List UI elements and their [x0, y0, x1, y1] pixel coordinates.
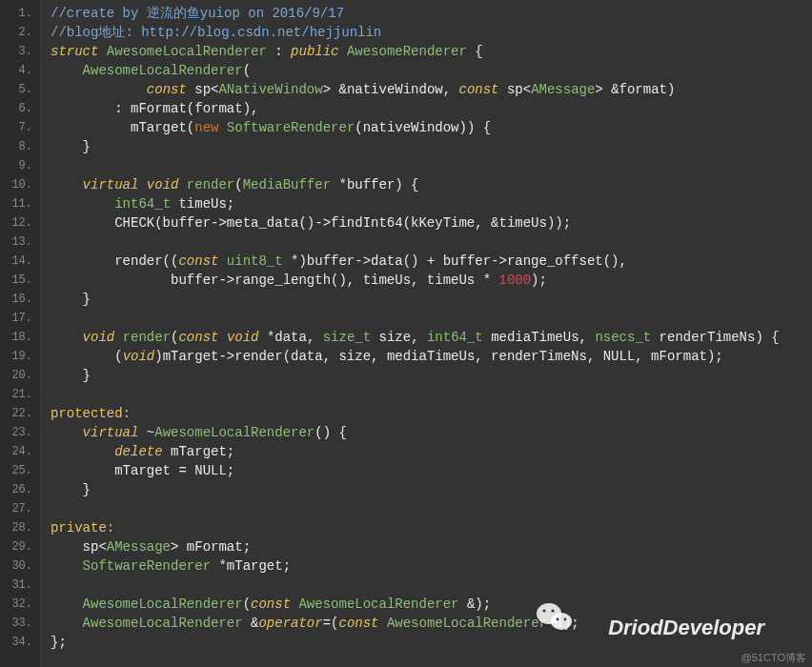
code-token: SoftwareRenderer — [83, 558, 211, 574]
line-number: 1. — [4, 4, 32, 23]
code-token: buffer->range_length(), timeUs, timeUs * — [51, 273, 498, 288]
line-number: 13. — [4, 232, 32, 252]
code-token: void — [83, 330, 115, 345]
code-token: ( — [234, 177, 242, 192]
code-line — [51, 499, 812, 518]
line-number: 7. — [4, 118, 32, 137]
line-number: 8. — [4, 137, 32, 156]
code-token: AwesomeRenderer — [347, 44, 467, 59]
code-token: mTarget( — [51, 120, 194, 135]
line-number: 11. — [4, 194, 32, 213]
code-token: sp< — [499, 82, 532, 97]
svg-point-4 — [557, 618, 559, 621]
code-token: AwesomeLocalRenderer — [387, 616, 547, 631]
code-token: ); — [531, 273, 547, 288]
code-token: virtual — [83, 425, 139, 440]
code-token: sp< — [51, 539, 107, 555]
line-number: 29. — [4, 537, 32, 556]
code-token: delete — [114, 444, 162, 459]
code-token: new — [194, 120, 218, 135]
line-number: 23. — [4, 423, 32, 442]
code-line — [51, 232, 812, 252]
code-token — [339, 44, 347, 59]
code-token: private: — [51, 520, 114, 536]
code-line: AwesomeLocalRenderer(const AwesomeLocalR… — [51, 595, 812, 614]
code-line: } — [51, 137, 812, 156]
code-token — [51, 311, 58, 326]
svg-point-5 — [564, 618, 567, 621]
code-token: const — [251, 596, 291, 612]
code-token — [51, 387, 58, 402]
code-area: //create by 逆流的鱼yuiop on 2016/9/17//blog… — [41, 0, 812, 667]
code-token: ~ — [138, 425, 154, 440]
code-line: mTarget(new SoftwareRenderer(nativeWindo… — [51, 118, 812, 137]
svg-point-2 — [542, 609, 545, 612]
attribution-text: @51CTO博客 — [741, 651, 806, 665]
code-line: int64_t timeUs; — [51, 194, 812, 213]
code-token — [218, 120, 226, 135]
code-token: protected: — [51, 406, 131, 421]
line-number: 26. — [4, 480, 32, 499]
code-line: const sp<ANativeWindow> &nativeWindow, c… — [51, 80, 812, 99]
code-token — [51, 558, 83, 574]
line-number: 4. — [4, 61, 32, 80]
svg-point-1 — [551, 613, 572, 630]
code-token — [218, 330, 226, 345]
code-token — [51, 425, 83, 440]
code-token — [51, 196, 114, 212]
code-token: struct — [51, 44, 98, 59]
code-line: CHECK(buffer->meta_data()->findInt64(kKe… — [51, 213, 812, 232]
code-token — [51, 501, 58, 516]
code-token: > &nativeWindow, — [323, 82, 459, 97]
code-line: virtual void render(MediaBuffer *buffer)… — [51, 175, 812, 194]
code-token: const — [178, 253, 218, 269]
code-line: } — [51, 366, 812, 385]
code-token: &); — [459, 596, 492, 612]
line-number: 15. — [4, 271, 32, 290]
code-token: *buffer) { — [331, 177, 418, 192]
code-token: virtual — [83, 177, 139, 192]
code-token: public — [291, 44, 338, 59]
code-line — [51, 156, 812, 175]
line-number: 32. — [4, 595, 32, 614]
code-token: ANativeWindow — [218, 82, 322, 97]
wechat-icon — [536, 600, 574, 640]
line-number: 5. — [4, 80, 32, 99]
code-token: sp< — [187, 82, 219, 97]
code-token: uint8_t — [227, 253, 283, 269]
code-token: : — [267, 44, 291, 59]
code-token — [51, 82, 147, 97]
code-token — [51, 234, 58, 250]
code-line — [51, 576, 812, 595]
code-token — [98, 44, 106, 59]
code-line: private: — [51, 518, 812, 537]
line-number: 34. — [4, 633, 32, 652]
code-token — [114, 330, 122, 345]
code-line — [51, 385, 812, 404]
code-token: AwesomeLocalRenderer — [83, 596, 243, 612]
code-token: ( — [243, 63, 251, 78]
line-number-gutter: 1.2.3.4.5.6.7.8.9.10.11.12.13.14.15.16.1… — [0, 0, 41, 667]
code-token: AMessage — [107, 539, 171, 555]
line-number: 17. — [4, 309, 32, 328]
code-token: SoftwareRenderer — [227, 120, 355, 135]
code-token: const — [338, 616, 378, 631]
line-number: 16. — [4, 290, 32, 309]
code-token: AwesomeLocalRenderer — [83, 63, 243, 78]
code-token: =( — [323, 616, 339, 631]
code-token: mTarget->render(data, size, mediaTimeUs,… — [163, 349, 723, 364]
code-token — [218, 253, 226, 269]
code-token — [379, 616, 387, 631]
code-token: AwesomeLocalRenderer — [154, 425, 315, 440]
line-number: 33. — [4, 614, 32, 633]
line-number: 21. — [4, 385, 32, 404]
code-line: (void)mTarget->render(data, size, mediaT… — [51, 347, 812, 366]
code-token: & — [243, 616, 259, 631]
code-token: AwesomeLocalRenderer — [83, 616, 243, 631]
code-token: > &format) — [595, 82, 675, 97]
code-line — [51, 309, 812, 328]
code-token: }; — [51, 635, 67, 650]
code-token: void — [123, 349, 155, 364]
line-number: 24. — [4, 442, 32, 461]
code-token: *mTarget; — [211, 558, 291, 574]
